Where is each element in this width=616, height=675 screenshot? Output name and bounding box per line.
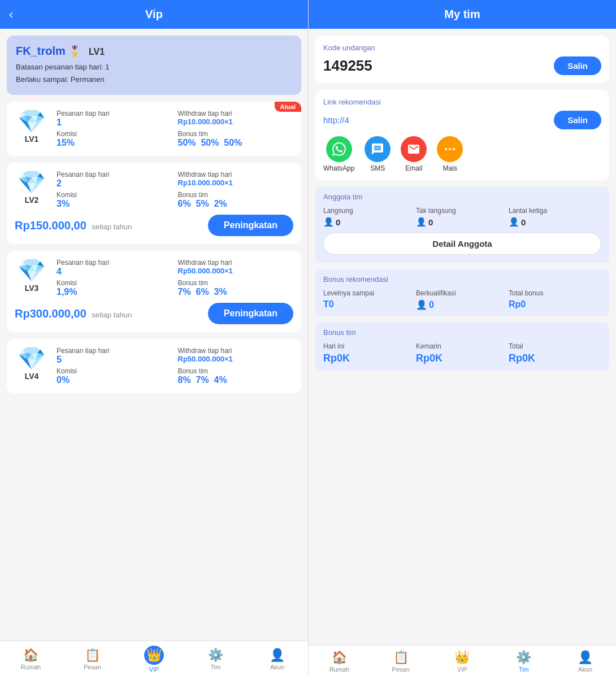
home-icon-right: 🏠 [332, 650, 347, 665]
akun-icon-right: 👤 [578, 650, 593, 665]
upgrade-btn-lv2[interactable]: Peningkatan [208, 215, 293, 236]
right-header-title: My tim [444, 8, 480, 20]
tim-icon-left: ⚙️ [208, 648, 223, 663]
bonus-rekom-title: Bonus rekomendasi [323, 275, 601, 284]
diamond-icon-lv3: 💎 [18, 259, 46, 281]
person-icon-langsung: 👤 [323, 217, 334, 227]
withdraw-lv2: Withdraw tiap hari Rp10.000.000×1 [178, 171, 294, 189]
diamond-icon-lv1: 💎 [18, 110, 46, 132]
nav-vip-left[interactable]: 👑 VIP [138, 646, 170, 673]
vip-details-lv1: Pesanan tiap hari 1 Withdraw tiap hari R… [57, 110, 293, 148]
bonus-tim-kemarin: Kemarin Rp0K [416, 342, 509, 364]
nav-tim-label-left: Tim [211, 664, 221, 670]
user-icon: 🎖️ [68, 46, 81, 57]
salin-code-btn[interactable]: Salin [554, 56, 601, 75]
withdraw-lv4: Withdraw tiap hari Rp50.000.000×1 [178, 347, 294, 365]
vip-card-lv3: 💎 LV3 Pesanan tiap hari 4 Withdraw tiap … [7, 251, 301, 332]
lv3-label: LV3 [25, 284, 39, 293]
nav-rumah-label-left: Rumah [21, 664, 41, 670]
link-url: http://4 [323, 115, 349, 125]
nav-tim-label-right: Tim [519, 666, 529, 673]
lv2-label: LV2 [25, 195, 39, 204]
share-email[interactable]: Email [401, 136, 427, 172]
nav-pesan-left[interactable]: 📋 Pesan [77, 648, 108, 670]
whatsapp-icon [326, 136, 352, 162]
pesanan-tiap-hari-lv3: Pesanan tiap hari 4 [57, 259, 172, 277]
komisi-lv3: Komisi 1,9% [57, 279, 172, 297]
right-header: My tim [309, 0, 616, 29]
upgrade-price-lv2: Rp150.000,00 setiap tahun [15, 219, 132, 232]
email-label: Email [405, 164, 422, 172]
diamond-icon-lv4: 💎 [18, 347, 46, 369]
link-section: Link rekomendasi http://4 Salin WhatsApp [315, 90, 609, 180]
bonus-tim-lv2: Bonus tim 6% 5% 2% [178, 191, 294, 209]
pesan-icon-right: 📋 [393, 650, 409, 665]
bonus-tim-cols: Hari ini Rp0K Kemarin Rp0K Total Rp0K [323, 342, 601, 364]
akun-icon-left: 👤 [270, 648, 285, 663]
nav-akun-right[interactable]: 👤 Akun [570, 650, 601, 673]
user-name: FK_trolm 🎖️ LV1 [16, 45, 292, 58]
anggota-langsung: Langsung 👤0 [323, 207, 416, 227]
komisi-lv4: Komisi 0% [57, 367, 172, 385]
sms-label: SMS [370, 164, 385, 172]
left-header-title: Vip [11, 8, 297, 21]
anggota-lantai-ketiga: Lantai ketiga 👤0 [509, 207, 601, 227]
nav-rumah-left[interactable]: 🏠 Rumah [15, 648, 46, 670]
invitation-code: 149255 [323, 57, 372, 75]
person-icon-tak-langsung: 👤 [416, 217, 427, 227]
nav-tim-left[interactable]: ⚙️ Tim [200, 648, 231, 670]
user-valid: Berlaku sampai: Permanen [16, 73, 292, 86]
back-button[interactable]: ‹ [9, 7, 13, 22]
anggota-title: Anggota tim [315, 193, 609, 201]
tim-icon-right: ⚙️ [516, 650, 531, 665]
user-card: FK_trolm 🎖️ LV1 Batasan pesanan tiap har… [7, 36, 301, 95]
left-header: ‹ Vip [0, 0, 308, 29]
nav-akun-label-right: Akun [578, 666, 592, 673]
vip-card-lv4: 💎 LV4 Pesanan tiap hari 5 Withdraw tiap … [7, 339, 301, 393]
mais-label: Mais [443, 164, 457, 172]
vip-details-lv4: Pesanan tiap hari 5 Withdraw tiap hari R… [57, 347, 293, 385]
nav-tim-right[interactable]: ⚙️ Tim [508, 650, 539, 673]
nav-vip-label-left: VIP [149, 666, 159, 673]
bonus-rekom-levelnya: Levelnya sampai T0 [323, 289, 416, 310]
left-bottom-nav: 🏠 Rumah 📋 Pesan 👑 VIP ⚙️ Tim 👤 Akun [0, 641, 308, 675]
left-content: FK_trolm 🎖️ LV1 Batasan pesanan tiap har… [0, 29, 308, 641]
vip-icon-col-lv1: 💎 LV1 [15, 110, 49, 143]
share-mais[interactable]: Mais [437, 136, 463, 172]
nav-pesan-label-left: Pesan [84, 664, 101, 670]
bonus-rekom-total: Total bonus Rp0 [509, 289, 601, 310]
nav-vip-right[interactable]: 👑 VIP [446, 650, 478, 673]
nav-vip-label-right: VIP [457, 666, 467, 673]
withdraw-lv1: Withdraw tiap hari Rp10.000.000×1 [178, 110, 294, 128]
person-icon-lantai: 👤 [509, 217, 519, 227]
share-sms[interactable]: SMS [365, 136, 391, 172]
mais-icon [437, 136, 463, 162]
nav-rumah-right[interactable]: 🏠 Rumah [324, 650, 355, 673]
upgrade-btn-lv3[interactable]: Peningkatan [208, 303, 293, 324]
actual-badge: Atual [275, 102, 302, 112]
anggota-section: Anggota tim Langsung 👤0 Tak langsung 👤0 [315, 187, 609, 263]
komisi-lv1: Komisi 15% [57, 130, 172, 148]
share-whatsapp[interactable]: WhatsApp [323, 136, 354, 172]
vip-icon-right: 👑 [454, 650, 470, 665]
upgrade-row-lv2: Rp150.000,00 setiap tahun Peningkatan [15, 215, 293, 236]
detail-anggota-btn[interactable]: Detail Anggota [323, 233, 601, 255]
code-row: 149255 Salin [323, 56, 601, 75]
salin-link-btn[interactable]: Salin [554, 111, 601, 129]
nav-pesan-right[interactable]: 📋 Pesan [385, 650, 417, 673]
komisi-lv2: Komisi 3% [57, 191, 172, 209]
link-row: http://4 Salin [323, 111, 601, 129]
vip-card-lv2: 💎 LV2 Pesanan tiap hari 2 Withdraw tiap … [7, 163, 301, 244]
email-icon [401, 136, 427, 162]
bonus-tim-hari-ini: Hari ini Rp0K [323, 342, 416, 364]
nav-rumah-label-right: Rumah [329, 666, 349, 673]
vip-card-lv1: Atual 💎 LV1 Pesanan tiap hari 1 Withdraw… [7, 102, 301, 156]
bonus-rekom-cols: Levelnya sampai T0 Berkualifikasi 👤0 Tot… [323, 289, 601, 310]
bonus-tim-lv1: Bonus tim 50% 50% 50% [178, 130, 294, 148]
link-label: Link rekomendasi [323, 98, 601, 106]
nav-akun-left[interactable]: 👤 Akun [262, 648, 293, 670]
user-level: LV1 [89, 47, 105, 56]
vip-icon-col-lv3: 💎 LV3 [15, 259, 49, 293]
svg-point-2 [453, 148, 455, 150]
pesan-icon-left: 📋 [85, 648, 100, 663]
